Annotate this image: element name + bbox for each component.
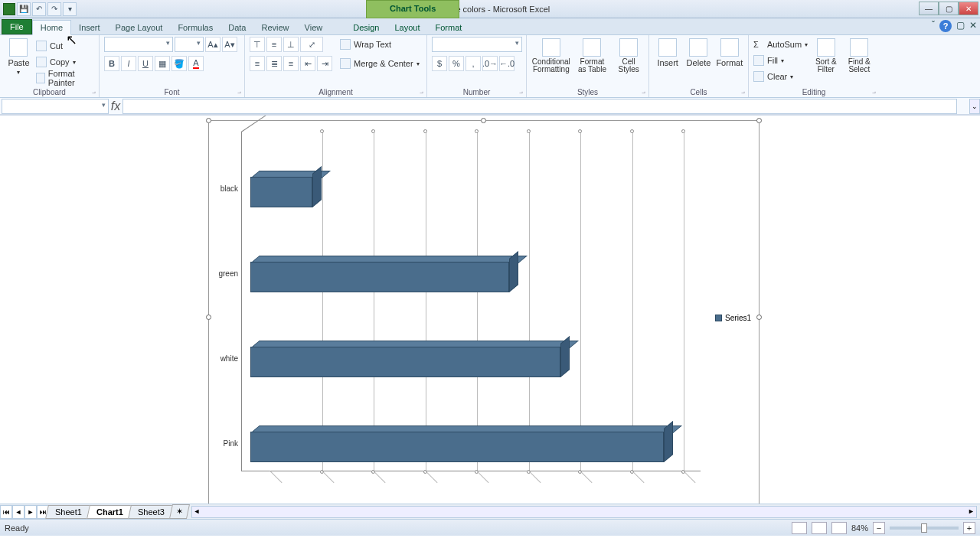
decrease-decimal-icon[interactable]: ←.0 [499,56,514,71]
bar-Pink[interactable] [250,425,673,462]
zoom-slider-thumb[interactable] [921,523,927,533]
bar-white[interactable] [250,341,570,377]
tab-layout[interactable]: Layout [387,21,427,34]
insert-cells-button[interactable]: Insert [654,37,681,67]
indent-increase-icon[interactable]: ⇥ [317,56,332,71]
tab-format[interactable]: Format [427,21,469,34]
normal-view-icon[interactable] [792,522,807,534]
tab-nav-next-icon[interactable]: ► [24,505,37,519]
chart-area[interactable]: 0%5%10%15%20%25%30%35%40% blackgreenwhit… [208,120,760,515]
close-button[interactable]: ✕ [959,2,978,15]
underline-button[interactable]: U [138,56,153,71]
copy-button[interactable]: Copy▾ [36,54,94,70]
resize-handle[interactable] [756,315,762,320]
help-icon[interactable]: ? [939,20,952,32]
font-name-dropdown[interactable] [104,37,173,52]
tab-design[interactable]: Design [345,21,387,34]
bar-green[interactable] [250,256,518,292]
comma-icon[interactable]: , [466,56,481,71]
zoom-in-button[interactable]: + [963,522,975,534]
page-layout-view-icon[interactable] [812,522,827,534]
zoom-slider[interactable] [890,527,959,530]
align-right-icon[interactable]: ≡ [283,56,299,71]
new-sheet-button[interactable]: ✶ [169,504,190,519]
workbook-close-icon[interactable]: ✕ [969,20,977,32]
bold-button[interactable]: B [104,56,119,71]
borders-button[interactable]: ▦ [155,56,170,71]
redo-icon[interactable]: ↷ [47,2,61,16]
undo-icon[interactable]: ↶ [32,2,46,16]
name-box[interactable] [2,99,109,114]
resize-handle[interactable] [481,118,486,123]
fx-icon[interactable]: fx [109,99,122,113]
plot-area[interactable]: 0%5%10%15%20%25%30%35%40% blackgreenwhit… [241,132,701,484]
delete-cells-button[interactable]: Delete [684,37,712,67]
zoom-out-button[interactable]: − [873,522,885,534]
indent-decrease-icon[interactable]: ⇤ [300,56,315,71]
orientation-icon[interactable]: ⤢ [300,37,323,52]
currency-icon[interactable]: $ [432,56,447,71]
format-as-table-button[interactable]: Format as Table [574,37,611,73]
percent-icon[interactable]: % [449,56,464,71]
formula-bar[interactable] [122,99,957,114]
resize-handle[interactable] [206,315,211,320]
align-left-icon[interactable]: ≡ [250,56,265,71]
minimize-ribbon-icon[interactable]: ˇ [932,20,935,32]
font-size-dropdown[interactable] [175,37,204,52]
chart-legend[interactable]: Series1 [715,314,751,322]
formula-bar-expand-icon[interactable]: ⌄ [969,99,980,114]
shrink-font-icon[interactable]: A▾ [222,37,237,52]
find-select-button[interactable]: Find & Select [844,37,874,73]
bar-black[interactable] [250,171,322,207]
tab-view[interactable]: View [297,21,331,34]
wrap-text-button[interactable]: Wrap Text [340,37,420,52]
fill-color-button[interactable]: 🪣 [172,56,187,71]
tab-data[interactable]: Data [220,21,253,34]
resize-handle[interactable] [206,118,211,123]
tab-file[interactable]: File [2,19,32,34]
conditional-formatting-button[interactable]: Conditional Formatting [531,37,571,73]
tab-nav-prev-icon[interactable]: ◄ [12,505,24,519]
page-break-view-icon[interactable] [831,522,847,534]
tab-home[interactable]: Home [32,20,71,35]
increase-decimal-icon[interactable]: .0→ [482,56,498,71]
align-bottom-icon[interactable]: ⊥ [283,37,299,52]
format-painter-button[interactable]: Format Painter [36,70,94,86]
paste-button[interactable]: Paste ▾ [5,37,33,76]
sheet-tab-sheet1[interactable]: Sheet1 [45,505,92,519]
minimize-button[interactable]: — [919,2,939,15]
tab-nav-first-icon[interactable]: ⏮ [0,505,12,519]
sheet-tab-chart1[interactable]: Chart1 [87,505,133,519]
maximize-button[interactable]: ▢ [939,2,959,15]
window-restore-icon[interactable]: ▢ [956,20,965,32]
sheet-tab-sheet3[interactable]: Sheet3 [128,505,175,519]
merge-center-button[interactable]: Merge & Center▾ [340,56,420,71]
format-cells-button[interactable]: Format [716,37,743,67]
gridline [684,132,684,471]
grow-font-icon[interactable]: A▴ [205,37,220,52]
cell-styles-button[interactable]: Cell Styles [613,37,644,73]
number-format-dropdown[interactable] [432,37,522,52]
clear-button[interactable]: Clear▾ [753,69,808,84]
align-center-icon[interactable]: ≣ [266,56,282,71]
save-icon[interactable]: 💾 [17,2,31,16]
tab-page-layout[interactable]: Page Layout [108,21,171,34]
sort-filter-button[interactable]: Sort & Filter [811,37,841,73]
align-middle-icon[interactable]: ≡ [266,37,282,52]
tab-review[interactable]: Review [253,21,296,34]
status-ready: Ready [5,523,29,533]
autosum-button[interactable]: Σ AutoSum▾ [753,37,808,52]
tab-insert[interactable]: Insert [71,21,108,34]
zoom-level[interactable]: 84% [851,523,868,533]
group-editing-label: Editing [753,88,874,97]
qat-dropdown-icon[interactable]: ▾ [63,2,77,16]
cut-button[interactable]: Cut [36,38,94,54]
resize-handle[interactable] [756,118,762,123]
horizontal-scrollbar[interactable] [191,506,977,518]
align-top-icon[interactable]: ⊤ [250,37,265,52]
floor-slant [476,471,488,483]
fill-button[interactable]: Fill▾ [753,53,808,68]
tab-formulas[interactable]: Formulas [170,21,220,34]
italic-button[interactable]: I [121,56,136,71]
font-color-button[interactable]: A [188,56,204,71]
